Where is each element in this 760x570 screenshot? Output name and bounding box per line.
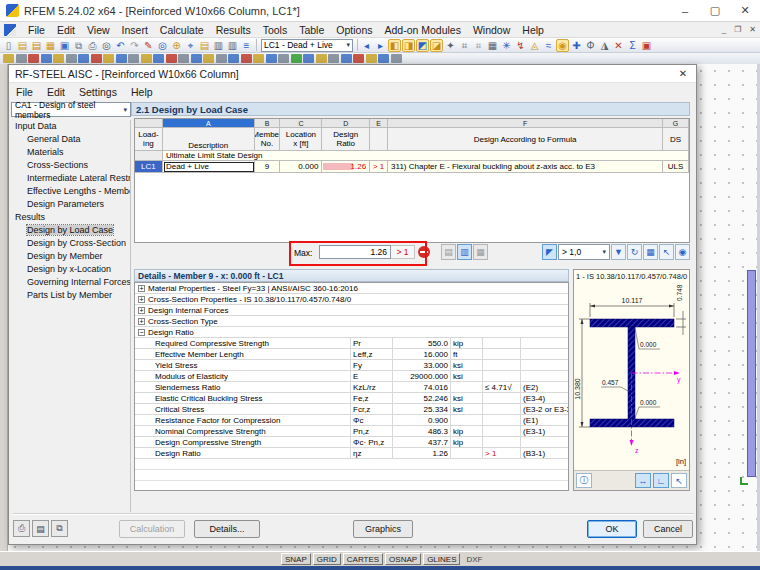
nav-tree-item[interactable]: General Data: [11, 133, 130, 146]
menubar-item[interactable]: File: [22, 22, 51, 38]
menubar-item[interactable]: Help: [516, 22, 550, 38]
nav-tree-item[interactable]: Cross-Sections: [11, 159, 130, 172]
toolbar2-icon[interactable]: [291, 54, 302, 63]
column-letter-e[interactable]: E: [370, 119, 388, 128]
dialog-menu-item[interactable]: Settings: [72, 84, 124, 100]
dimensions-toggle-icon[interactable]: ↔: [635, 473, 651, 488]
toolbar2-icon[interactable]: [266, 54, 277, 63]
toolbar2-icon[interactable]: [366, 54, 377, 63]
dialog-menu-item[interactable]: Help: [124, 84, 160, 100]
cell-member[interactable]: 9: [255, 161, 281, 173]
chevron-down-icon[interactable]: ▾: [602, 248, 606, 256]
menubar-item[interactable]: View: [81, 22, 116, 38]
toolbar2-icon[interactable]: [116, 54, 127, 63]
expander-icon[interactable]: +: [138, 307, 145, 314]
mesh-icon[interactable]: ▦: [486, 39, 499, 52]
ok-button[interactable]: OK: [587, 520, 637, 538]
status-toggle[interactable]: GLINES: [423, 553, 460, 565]
cell-ratio[interactable]: 1.26: [322, 161, 370, 173]
cell-limit[interactable]: > 1: [370, 161, 388, 173]
display-settings-icon[interactable]: ✳: [500, 39, 513, 52]
next-load-case-icon[interactable]: ▸: [374, 39, 387, 52]
dns-filter-icon[interactable]: ▦: [473, 244, 488, 260]
toolbar2-icon[interactable]: [66, 54, 77, 63]
nav-tree-item[interactable]: Input Data: [11, 120, 130, 133]
chevron-down-icon[interactable]: ▾: [346, 41, 350, 49]
toolbar2-icon[interactable]: [41, 54, 52, 63]
ratio-threshold-combo[interactable]: > 1,0 ▾: [558, 244, 610, 260]
nav-tree-item[interactable]: Results: [11, 211, 130, 224]
nav-tree-item[interactable]: Governing Internal Forces by M: [11, 276, 130, 289]
dialog-menu-item[interactable]: Edit: [40, 84, 72, 100]
column-letter-a[interactable]: A: [163, 119, 255, 128]
uls-filter-icon[interactable]: ▤: [441, 244, 456, 260]
edit-icon[interactable]: ✎: [142, 39, 155, 52]
print-preview-icon[interactable]: ◎: [100, 39, 113, 52]
menubar-item[interactable]: Table: [293, 22, 330, 38]
cell-description[interactable]: Dead + Live: [163, 161, 255, 173]
grid-snap-icon[interactable]: ⌗: [458, 39, 471, 52]
details-data-row[interactable]: Critical Stress Fcr,z 25.334 ksi (E3-2 o…: [135, 404, 568, 415]
mdi-restore-icon[interactable]: ❐: [730, 25, 745, 34]
details-data-row[interactable]: Nominal Compressive Strength Pn,z 486.3 …: [135, 426, 568, 437]
filter-funnel-icon[interactable]: ▼: [611, 244, 626, 260]
menubar-item[interactable]: Edit: [51, 22, 81, 38]
design-case-combo[interactable]: CA1 - Design of steel members ▾: [11, 102, 131, 117]
toolbar2-icon[interactable]: [316, 54, 327, 63]
status-toggle[interactable]: OSNAP: [385, 553, 421, 565]
project-folder-icon[interactable]: ▤: [198, 39, 211, 52]
export-report-icon[interactable]: ⎙: [13, 520, 30, 537]
toolbar2-icon[interactable]: [166, 54, 177, 63]
details-data-row[interactable]: Resistance Factor for Compression Φc 0.9…: [135, 415, 568, 426]
details-button[interactable]: Details...: [194, 520, 260, 538]
toolbar2-icon[interactable]: [328, 54, 339, 63]
menubar-item[interactable]: Insert: [116, 22, 154, 38]
toolbar2-icon[interactable]: [16, 54, 27, 63]
mdi-close-icon[interactable]: ✕: [745, 25, 760, 34]
sum-icon[interactable]: Σ: [626, 39, 639, 52]
supports-icon[interactable]: ◬: [528, 39, 541, 52]
toolbar2-icon[interactable]: [78, 54, 89, 63]
save-icon[interactable]: ▣: [58, 39, 71, 52]
details-section-row[interactable]: +Cross-Section Properties - IS 10.38/10.…: [135, 294, 568, 305]
expander-icon[interactable]: −: [138, 329, 145, 336]
cell-ds[interactable]: ULS: [663, 161, 689, 173]
nav-tree-item[interactable]: Design by Load Case: [11, 224, 130, 237]
pointer-values-icon[interactable]: ↖: [671, 473, 687, 488]
toolbar2-icon[interactable]: [378, 54, 389, 63]
menubar-item[interactable]: Tools: [257, 22, 294, 38]
dialog-close-icon[interactable]: ✕: [670, 68, 696, 79]
cell-loading[interactable]: LC1: [135, 161, 163, 173]
section-phi-icon[interactable]: Φ: [584, 39, 597, 52]
panel-toggle-icon[interactable]: ▣: [640, 39, 653, 52]
column-letter-f[interactable]: F: [388, 119, 663, 128]
toolbar2-icon[interactable]: [103, 54, 114, 63]
axes-icon[interactable]: ✚: [570, 39, 583, 52]
pick-window-icon[interactable]: ⌖: [184, 39, 197, 52]
graphics-button[interactable]: Graphics: [353, 520, 413, 538]
column-letter-c[interactable]: C: [280, 119, 322, 128]
details-section-row[interactable]: +Material Properties - Steel Fy=33 | ANS…: [135, 283, 568, 294]
menubar-item[interactable]: Add-on Modules: [378, 22, 466, 38]
expander-icon[interactable]: +: [138, 296, 145, 303]
load-case-combo[interactable]: LC1 - Dead + Live ▾: [261, 39, 353, 52]
recalculate-icon[interactable]: ↻: [627, 244, 642, 260]
toolbar2-icon[interactable]: [216, 54, 227, 63]
details-data-row[interactable]: Effective Member Length Leff,z 16.000 ft: [135, 349, 568, 360]
toolbar2-icon[interactable]: [203, 54, 214, 63]
details-data-row[interactable]: Slenderness Ratio KzL/rz 74.016 ≤ 4.71√ …: [135, 382, 568, 393]
minimize-icon[interactable]: –: [670, 0, 700, 21]
toolbar2-icon[interactable]: [141, 54, 152, 63]
menubar-item[interactable]: Results: [210, 22, 257, 38]
status-toggle[interactable]: SNAP: [281, 553, 311, 565]
rotate-view-icon[interactable]: ⊕: [170, 39, 183, 52]
isometry-icon[interactable]: ◮: [598, 39, 611, 52]
details-data-row[interactable]: Elastic Critical Buckling Stress Fe,z 52…: [135, 393, 568, 404]
details-data-row[interactable]: Design Ratio ηz 1.26 > 1 (B3-1): [135, 448, 568, 459]
work-plane-icon[interactable]: ⌗: [472, 39, 485, 52]
toolbar2-icon[interactable]: [278, 54, 289, 63]
details-section-row[interactable]: +Design Internal Forces: [135, 305, 568, 316]
nav-tree-item[interactable]: Materials: [11, 146, 130, 159]
cell-formula[interactable]: 311) Chapter E - Flexural buckling about…: [388, 161, 663, 173]
status-toggle[interactable]: CARTES: [343, 553, 383, 565]
